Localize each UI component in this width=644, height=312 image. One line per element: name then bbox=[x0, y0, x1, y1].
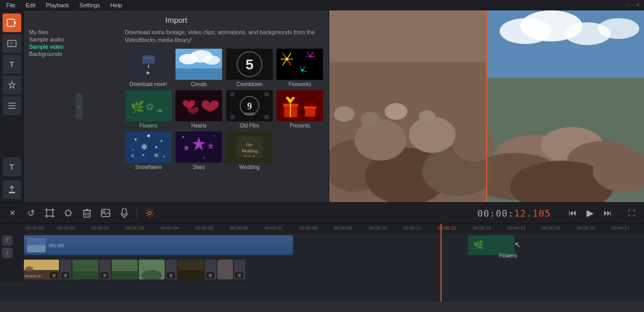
ruler-10: 00:00:10 bbox=[369, 225, 387, 231]
menubar: File Edit Playback Settings Help □ ─ ✕ bbox=[0, 0, 644, 10]
hearts-preview bbox=[175, 90, 222, 121]
category-fireworks[interactable]: Fireworks bbox=[276, 49, 324, 87]
panel-collapse-chevron[interactable]: ‹ bbox=[76, 93, 83, 119]
brightness-button[interactable] bbox=[61, 206, 76, 220]
ruler-4: 00:00:04 bbox=[160, 225, 179, 231]
svg-rect-44 bbox=[265, 92, 269, 96]
timeline-area: 00:00:00 00:00:01 00:00:02 00:00:03 00:0… bbox=[0, 224, 644, 302]
svg-text:✦ ✦ ✦: ✦ ✦ ✦ bbox=[244, 154, 255, 159]
clip-sky-label: sky.avi bbox=[49, 243, 64, 248]
svg-point-100 bbox=[385, 103, 407, 120]
nav-backgrounds[interactable]: Backgrounds bbox=[29, 50, 69, 58]
beach-thumb-2[interactable]: ⊞ bbox=[60, 260, 71, 279]
svg-rect-42 bbox=[230, 92, 235, 96]
timeline-playhead bbox=[441, 233, 442, 302]
play-button[interactable]: ▶ bbox=[583, 206, 597, 220]
delete-button[interactable] bbox=[80, 206, 94, 220]
category-wedding-label: Wedding bbox=[239, 164, 259, 170]
settings-button[interactable] bbox=[142, 206, 157, 220]
time-red: 12.105 bbox=[514, 208, 551, 219]
track-row-audio: beach.m ⊞ ⊞ ⊞ bbox=[0, 258, 644, 282]
next-button[interactable]: ⏭ bbox=[601, 206, 615, 220]
beach-icon-11: ⊞ bbox=[235, 272, 243, 278]
beach-icon-9: ⊞ bbox=[206, 272, 214, 278]
beach-thumb-1[interactable]: beach.m ⊞ bbox=[24, 260, 59, 279]
timeline-tracks: sky.avi 🌿 Flowers ↖ bbox=[0, 233, 644, 302]
beach-icon-1: ⊞ bbox=[50, 272, 58, 278]
ruler-3: 00:00:03 bbox=[126, 225, 144, 231]
ruler-7: 00:00:07 bbox=[265, 225, 283, 231]
beach-thumb-9[interactable]: ⊞ bbox=[205, 260, 216, 279]
crop-button[interactable] bbox=[42, 206, 57, 220]
main-area: T T T Import bbox=[0, 10, 644, 202]
category-download-more-label: Download more! bbox=[129, 81, 167, 87]
category-stars-label: Stars bbox=[193, 164, 205, 170]
beach-thumb-7[interactable]: ⊞ bbox=[166, 260, 177, 279]
image-button[interactable] bbox=[98, 206, 113, 220]
prev-button[interactable]: ⏮ bbox=[565, 206, 580, 220]
track-content-audio: beach.m ⊞ ⊞ ⊞ bbox=[24, 258, 644, 281]
undo-button[interactable]: ↺ bbox=[24, 206, 38, 220]
svg-point-101 bbox=[419, 110, 435, 123]
preview-frame bbox=[329, 10, 644, 202]
beach-thumb-11[interactable]: ⊞ bbox=[234, 260, 245, 279]
category-clouds-label: Clouds bbox=[191, 81, 207, 87]
track-add-video[interactable]: T bbox=[2, 235, 12, 246]
sidebar-btn-lines[interactable] bbox=[3, 96, 21, 115]
menu-settings[interactable]: Settings bbox=[77, 1, 102, 9]
category-download-more[interactable]: ▶ Download more! bbox=[125, 49, 172, 87]
mic-button[interactable] bbox=[117, 206, 131, 220]
beach-thumb-10[interactable] bbox=[217, 260, 233, 279]
clip-flowers[interactable]: 🌿 bbox=[468, 235, 515, 255]
svg-point-98 bbox=[334, 106, 355, 122]
menu-edit[interactable]: Edit bbox=[24, 1, 38, 9]
video-preview bbox=[329, 10, 644, 202]
beach-thumb-8[interactable] bbox=[178, 260, 204, 279]
nav-sample-video[interactable]: Sample video bbox=[29, 43, 69, 50]
svg-text:❄: ❄ bbox=[154, 152, 159, 159]
category-flowers[interactable]: 🌿 ✿ ❧ Flowers bbox=[125, 90, 172, 129]
sidebar-btn-video[interactable] bbox=[3, 13, 21, 32]
category-wedding[interactable]: Our Wedding ✦ ✦ ✦ Wedding bbox=[226, 132, 273, 170]
nav-sample-audio[interactable]: Sample audio bbox=[29, 36, 69, 43]
svg-rect-45 bbox=[265, 115, 269, 119]
svg-point-14 bbox=[203, 55, 220, 65]
category-snowflakes[interactable]: ❄ ❄ ❄ Snowflakes bbox=[125, 132, 172, 170]
sidebar-btn-effects[interactable] bbox=[3, 76, 21, 94]
ruler-9: 00:00:09 bbox=[334, 225, 352, 231]
sidebar-btn-export[interactable] bbox=[3, 180, 21, 199]
nav-my-files[interactable]: My files bbox=[29, 29, 69, 36]
menu-file[interactable]: File bbox=[4, 1, 18, 9]
category-stars[interactable]: Stars bbox=[175, 132, 223, 170]
menu-help[interactable]: Help bbox=[108, 1, 124, 9]
svg-point-26 bbox=[285, 58, 288, 61]
beach-thumb-4[interactable]: ⊞ bbox=[99, 260, 111, 279]
category-clouds[interactable]: Clouds bbox=[175, 49, 223, 87]
svg-rect-0 bbox=[7, 19, 14, 26]
svg-text:🌿: 🌿 bbox=[130, 100, 145, 114]
wedding-preview: Our Wedding ✦ ✦ ✦ bbox=[226, 132, 273, 163]
beach-thumb-3[interactable] bbox=[72, 260, 98, 279]
sidebar-btn-text2[interactable]: T bbox=[3, 158, 21, 176]
svg-text:✿: ✿ bbox=[146, 102, 154, 112]
category-hearts[interactable]: Hearts bbox=[175, 90, 223, 129]
category-countdown[interactable]: 5 Countdown bbox=[226, 49, 273, 87]
import-panel: Import My files Sample audio Sample vide… bbox=[24, 10, 329, 202]
sidebar-btn-text-overlay[interactable]: T bbox=[3, 34, 21, 53]
track-add-audio[interactable]: ⇑ bbox=[2, 248, 12, 258]
beach-thumb-6[interactable] bbox=[139, 260, 165, 279]
menu-playback[interactable]: Playback bbox=[44, 1, 71, 9]
fullscreen-button[interactable]: ⛶ bbox=[624, 206, 639, 220]
category-presents-label: Presents bbox=[290, 123, 310, 129]
svg-point-70 bbox=[183, 136, 184, 137]
close-button[interactable]: ✕ bbox=[5, 206, 20, 220]
beach-thumb-5[interactable] bbox=[112, 260, 138, 279]
clip-sky[interactable]: sky.avi bbox=[24, 235, 293, 255]
sidebar-btn-text[interactable]: T bbox=[3, 55, 21, 74]
category-presents[interactable]: Presents bbox=[276, 90, 324, 129]
ruler-0: 00:00:00 bbox=[26, 225, 44, 231]
category-old-film[interactable]: 9 NINE Old Film bbox=[226, 90, 273, 129]
svg-point-58 bbox=[160, 140, 163, 142]
svg-point-59 bbox=[132, 149, 134, 150]
svg-text:T: T bbox=[10, 41, 13, 47]
